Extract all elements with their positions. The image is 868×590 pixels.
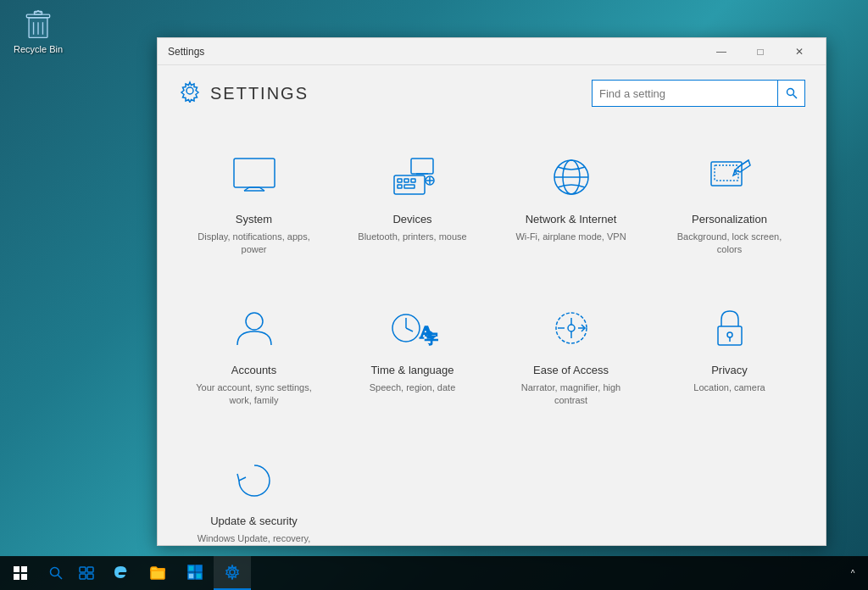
system-name: System	[236, 213, 272, 225]
update-icon	[229, 454, 280, 504]
search-container	[592, 80, 805, 107]
taskbar-settings-button[interactable]	[214, 556, 251, 590]
recycle-bin[interactable]: Recycle Bin	[8, 7, 68, 54]
settings-item-system[interactable]: System Display, notifications, apps, pow…	[175, 126, 333, 277]
time-icon: A 字	[387, 303, 438, 353]
accounts-icon	[229, 303, 280, 353]
system-icon	[229, 152, 280, 203]
personalization-icon	[704, 152, 755, 203]
settings-gear-icon	[178, 79, 202, 108]
ease-icon	[546, 303, 597, 353]
taskbar-explorer-button[interactable]	[139, 556, 176, 590]
ease-name: Ease of Access	[533, 364, 609, 376]
svg-point-7	[787, 89, 793, 96]
svg-rect-18	[398, 185, 402, 188]
start-button[interactable]	[0, 556, 41, 590]
privacy-icon	[704, 303, 755, 353]
network-desc: Wi-Fi, airplane mode, VPN	[515, 231, 626, 243]
window-titlebar: Settings — □ ✕	[158, 38, 826, 65]
svg-rect-51	[87, 574, 93, 579]
svg-rect-53	[188, 565, 194, 571]
maximize-button[interactable]: □	[741, 38, 780, 65]
close-button[interactable]: ✕	[780, 38, 819, 65]
svg-rect-50	[80, 574, 86, 579]
taskbar-edge-button[interactable]	[102, 556, 139, 590]
settings-item-devices[interactable]: Devices Bluetooth, printers, mouse	[333, 126, 492, 277]
network-name: Network & Internet	[526, 213, 617, 225]
accounts-name: Accounts	[231, 364, 276, 376]
ease-desc: Narrator, magnifier, high contrast	[505, 381, 637, 408]
svg-rect-15	[398, 179, 402, 182]
taskbar: ^	[0, 556, 868, 590]
settings-item-privacy[interactable]: Privacy Location, camera	[650, 277, 809, 428]
devices-desc: Bluetooth, printers, mouse	[358, 231, 466, 243]
svg-rect-49	[87, 567, 93, 572]
minimize-button[interactable]: —	[702, 38, 741, 65]
svg-rect-48	[80, 567, 86, 572]
taskbar-search-button[interactable]	[41, 556, 71, 590]
svg-rect-55	[188, 573, 194, 579]
svg-rect-16	[404, 179, 409, 182]
privacy-name: Privacy	[711, 364, 748, 376]
svg-line-47	[58, 575, 62, 579]
settings-grid: System Display, notifications, apps, pow…	[158, 118, 826, 545]
update-desc: Windows Update, recovery, backup	[188, 532, 320, 545]
desktop: Recycle Bin Settings — □ ✕ SETTINGS	[0, 0, 868, 590]
window-controls: — □ ✕	[702, 38, 819, 65]
update-name: Update & security	[210, 515, 298, 527]
svg-point-44	[727, 332, 732, 337]
system-desc: Display, notifications, apps, power	[188, 231, 320, 257]
taskbar-right: ^	[844, 556, 868, 590]
taskbar-store-button[interactable]	[176, 556, 214, 590]
svg-rect-54	[196, 565, 202, 571]
notification-area-expand[interactable]: ^	[844, 556, 861, 590]
svg-rect-20	[411, 159, 433, 174]
settings-item-time[interactable]: A 字 Time & language Speech, region, date	[333, 277, 492, 428]
network-icon	[546, 152, 597, 203]
accounts-desc: Your account, sync settings, work, famil…	[188, 381, 320, 408]
svg-rect-30	[715, 165, 738, 181]
settings-header: SETTINGS	[158, 65, 826, 118]
search-input[interactable]	[592, 80, 778, 107]
recycle-bin-label: Recycle Bin	[14, 44, 63, 54]
privacy-desc: Location, camera	[693, 381, 765, 394]
task-view-button[interactable]	[71, 556, 102, 590]
svg-rect-17	[411, 179, 415, 182]
settings-item-ease[interactable]: Ease of Access Narrator, magnifier, high…	[492, 277, 650, 428]
svg-line-34	[406, 328, 413, 331]
windows-logo-icon	[14, 566, 27, 580]
svg-point-31	[246, 313, 263, 330]
time-desc: Speech, region, date	[370, 381, 456, 394]
svg-line-8	[793, 95, 797, 99]
settings-item-update[interactable]: Update & security Windows Update, recove…	[175, 428, 333, 545]
svg-rect-19	[404, 185, 415, 188]
settings-item-personalization[interactable]: Personalization Background, lock screen,…	[650, 126, 809, 277]
svg-point-6	[186, 87, 193, 94]
svg-rect-9	[234, 159, 275, 187]
svg-text:字: 字	[425, 331, 438, 346]
svg-rect-56	[196, 573, 202, 579]
settings-window: Settings — □ ✕ SETTINGS	[157, 37, 826, 546]
time-name: Time & language	[371, 364, 454, 376]
devices-icon	[387, 152, 438, 203]
settings-item-accounts[interactable]: Accounts Your account, sync settings, wo…	[175, 277, 333, 428]
search-button[interactable]	[778, 80, 805, 107]
taskbar-apps	[102, 556, 251, 590]
svg-point-57	[230, 570, 235, 575]
svg-point-38	[568, 325, 575, 331]
personalization-name: Personalization	[692, 213, 767, 225]
settings-item-network[interactable]: Network & Internet Wi-Fi, airplane mode,…	[492, 126, 650, 277]
svg-rect-43	[718, 326, 742, 345]
settings-title: SETTINGS	[210, 84, 309, 103]
personalization-desc: Background, lock screen, colors	[664, 231, 795, 257]
window-title-text: Settings	[168, 46, 204, 58]
devices-name: Devices	[392, 213, 431, 225]
